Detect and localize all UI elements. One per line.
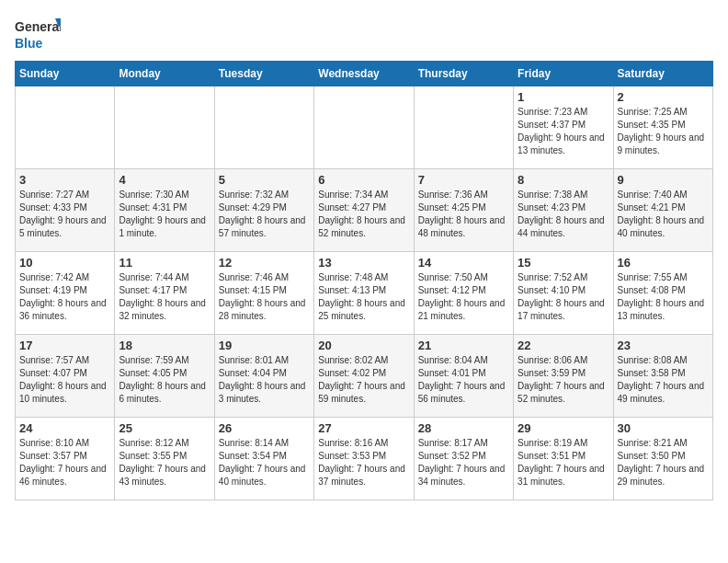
day-info: Sunrise: 7:48 AM Sunset: 4:13 PM Dayligh… xyxy=(318,271,409,323)
day-number: 7 xyxy=(418,173,509,187)
day-number: 14 xyxy=(418,256,509,270)
logo: General Blue xyxy=(15,15,61,53)
calendar-cell: 22Sunrise: 8:06 AM Sunset: 3:59 PM Dayli… xyxy=(514,335,613,418)
day-info: Sunrise: 8:02 AM Sunset: 4:02 PM Dayligh… xyxy=(318,354,409,406)
weekday-header-wednesday: Wednesday xyxy=(314,62,414,86)
weekday-header-row: SundayMondayTuesdayWednesdayThursdayFrid… xyxy=(16,62,713,86)
day-number: 16 xyxy=(618,256,709,270)
calendar-cell xyxy=(414,86,513,169)
day-number: 28 xyxy=(418,421,509,435)
weekday-header-thursday: Thursday xyxy=(414,62,513,86)
day-info: Sunrise: 8:10 AM Sunset: 3:57 PM Dayligh… xyxy=(19,437,110,488)
day-info: Sunrise: 8:06 AM Sunset: 3:59 PM Dayligh… xyxy=(518,354,609,406)
day-info: Sunrise: 7:32 AM Sunset: 4:29 PM Dayligh… xyxy=(219,189,310,240)
day-number: 1 xyxy=(518,90,609,104)
day-number: 24 xyxy=(19,421,110,435)
logo-svg: General Blue xyxy=(15,15,61,53)
week-row-2: 3Sunrise: 7:27 AM Sunset: 4:33 PM Daylig… xyxy=(16,169,713,252)
day-info: Sunrise: 7:40 AM Sunset: 4:21 PM Dayligh… xyxy=(618,189,709,240)
day-number: 19 xyxy=(219,339,310,352)
day-info: Sunrise: 7:25 AM Sunset: 4:35 PM Dayligh… xyxy=(618,106,709,157)
calendar-cell: 11Sunrise: 7:44 AM Sunset: 4:17 PM Dayli… xyxy=(115,252,214,335)
day-number: 17 xyxy=(19,339,110,352)
day-number: 9 xyxy=(618,173,709,187)
day-number: 4 xyxy=(119,173,210,187)
day-info: Sunrise: 8:16 AM Sunset: 3:53 PM Dayligh… xyxy=(318,437,409,488)
calendar-cell xyxy=(214,86,313,169)
week-row-1: 1Sunrise: 7:23 AM Sunset: 4:37 PM Daylig… xyxy=(16,86,713,169)
day-number: 13 xyxy=(318,256,409,270)
calendar-cell: 1Sunrise: 7:23 AM Sunset: 4:37 PM Daylig… xyxy=(514,86,613,169)
calendar-cell: 20Sunrise: 8:02 AM Sunset: 4:02 PM Dayli… xyxy=(314,335,414,418)
day-info: Sunrise: 7:38 AM Sunset: 4:23 PM Dayligh… xyxy=(518,189,609,240)
day-info: Sunrise: 7:46 AM Sunset: 4:15 PM Dayligh… xyxy=(219,271,310,323)
day-info: Sunrise: 7:34 AM Sunset: 4:27 PM Dayligh… xyxy=(318,189,409,240)
svg-text:General: General xyxy=(15,19,61,34)
calendar-cell: 10Sunrise: 7:42 AM Sunset: 4:19 PM Dayli… xyxy=(16,252,115,335)
calendar-cell: 7Sunrise: 7:36 AM Sunset: 4:25 PM Daylig… xyxy=(414,169,513,252)
calendar-cell: 5Sunrise: 7:32 AM Sunset: 4:29 PM Daylig… xyxy=(214,169,313,252)
calendar-cell: 2Sunrise: 7:25 AM Sunset: 4:35 PM Daylig… xyxy=(613,86,712,169)
day-number: 5 xyxy=(219,173,310,187)
calendar-cell: 4Sunrise: 7:30 AM Sunset: 4:31 PM Daylig… xyxy=(115,169,214,252)
calendar-table: SundayMondayTuesdayWednesdayThursdayFrid… xyxy=(15,61,713,500)
calendar-cell: 28Sunrise: 8:17 AM Sunset: 3:52 PM Dayli… xyxy=(414,418,513,500)
day-number: 26 xyxy=(219,421,310,435)
day-info: Sunrise: 7:55 AM Sunset: 4:08 PM Dayligh… xyxy=(618,271,709,323)
weekday-header-saturday: Saturday xyxy=(613,62,712,86)
svg-text:Blue: Blue xyxy=(15,36,43,51)
calendar-cell: 8Sunrise: 7:38 AM Sunset: 4:23 PM Daylig… xyxy=(514,169,613,252)
day-info: Sunrise: 7:52 AM Sunset: 4:10 PM Dayligh… xyxy=(518,271,609,323)
day-info: Sunrise: 8:08 AM Sunset: 3:58 PM Dayligh… xyxy=(618,354,709,406)
day-number: 3 xyxy=(19,173,110,187)
day-info: Sunrise: 8:04 AM Sunset: 4:01 PM Dayligh… xyxy=(418,354,509,406)
day-info: Sunrise: 7:50 AM Sunset: 4:12 PM Dayligh… xyxy=(418,271,509,323)
calendar-cell: 6Sunrise: 7:34 AM Sunset: 4:27 PM Daylig… xyxy=(314,169,414,252)
day-info: Sunrise: 8:01 AM Sunset: 4:04 PM Dayligh… xyxy=(219,354,310,406)
day-number: 12 xyxy=(219,256,310,270)
calendar-cell xyxy=(16,86,115,169)
calendar-cell: 13Sunrise: 7:48 AM Sunset: 4:13 PM Dayli… xyxy=(314,252,414,335)
day-info: Sunrise: 7:23 AM Sunset: 4:37 PM Dayligh… xyxy=(518,106,609,157)
day-info: Sunrise: 7:27 AM Sunset: 4:33 PM Dayligh… xyxy=(19,189,110,240)
day-number: 30 xyxy=(618,421,709,435)
day-number: 27 xyxy=(318,421,409,435)
weekday-header-friday: Friday xyxy=(514,62,613,86)
day-info: Sunrise: 8:19 AM Sunset: 3:51 PM Dayligh… xyxy=(518,437,609,488)
day-info: Sunrise: 8:17 AM Sunset: 3:52 PM Dayligh… xyxy=(418,437,509,488)
calendar-cell: 26Sunrise: 8:14 AM Sunset: 3:54 PM Dayli… xyxy=(214,418,313,500)
calendar-cell xyxy=(115,86,214,169)
calendar-cell: 16Sunrise: 7:55 AM Sunset: 4:08 PM Dayli… xyxy=(613,252,712,335)
calendar-cell: 15Sunrise: 7:52 AM Sunset: 4:10 PM Dayli… xyxy=(514,252,613,335)
calendar-cell: 12Sunrise: 7:46 AM Sunset: 4:15 PM Dayli… xyxy=(214,252,313,335)
day-number: 10 xyxy=(19,256,110,270)
calendar-cell: 9Sunrise: 7:40 AM Sunset: 4:21 PM Daylig… xyxy=(613,169,712,252)
calendar-cell: 18Sunrise: 7:59 AM Sunset: 4:05 PM Dayli… xyxy=(115,335,214,418)
day-info: Sunrise: 8:14 AM Sunset: 3:54 PM Dayligh… xyxy=(219,437,310,488)
week-row-5: 24Sunrise: 8:10 AM Sunset: 3:57 PM Dayli… xyxy=(16,418,713,500)
day-number: 2 xyxy=(618,90,709,104)
day-number: 15 xyxy=(518,256,609,270)
day-info: Sunrise: 7:57 AM Sunset: 4:07 PM Dayligh… xyxy=(19,354,110,406)
calendar-cell: 19Sunrise: 8:01 AM Sunset: 4:04 PM Dayli… xyxy=(214,335,313,418)
day-number: 18 xyxy=(119,339,210,352)
calendar-cell: 30Sunrise: 8:21 AM Sunset: 3:50 PM Dayli… xyxy=(613,418,712,500)
calendar-cell: 17Sunrise: 7:57 AM Sunset: 4:07 PM Dayli… xyxy=(16,335,115,418)
calendar-cell: 21Sunrise: 8:04 AM Sunset: 4:01 PM Dayli… xyxy=(414,335,513,418)
calendar-cell: 27Sunrise: 8:16 AM Sunset: 3:53 PM Dayli… xyxy=(314,418,414,500)
day-info: Sunrise: 7:59 AM Sunset: 4:05 PM Dayligh… xyxy=(119,354,210,406)
weekday-header-tuesday: Tuesday xyxy=(214,62,313,86)
calendar-cell: 23Sunrise: 8:08 AM Sunset: 3:58 PM Dayli… xyxy=(613,335,712,418)
calendar-cell: 14Sunrise: 7:50 AM Sunset: 4:12 PM Dayli… xyxy=(414,252,513,335)
calendar-cell: 29Sunrise: 8:19 AM Sunset: 3:51 PM Dayli… xyxy=(514,418,613,500)
day-info: Sunrise: 8:21 AM Sunset: 3:50 PM Dayligh… xyxy=(618,437,709,488)
weekday-header-monday: Monday xyxy=(115,62,214,86)
calendar-cell: 25Sunrise: 8:12 AM Sunset: 3:55 PM Dayli… xyxy=(115,418,214,500)
calendar-cell: 3Sunrise: 7:27 AM Sunset: 4:33 PM Daylig… xyxy=(16,169,115,252)
day-number: 11 xyxy=(119,256,210,270)
day-info: Sunrise: 8:12 AM Sunset: 3:55 PM Dayligh… xyxy=(119,437,210,488)
day-number: 22 xyxy=(518,339,609,352)
weekday-header-sunday: Sunday xyxy=(16,62,115,86)
header: General Blue xyxy=(15,15,713,53)
calendar-cell: 24Sunrise: 8:10 AM Sunset: 3:57 PM Dayli… xyxy=(16,418,115,500)
